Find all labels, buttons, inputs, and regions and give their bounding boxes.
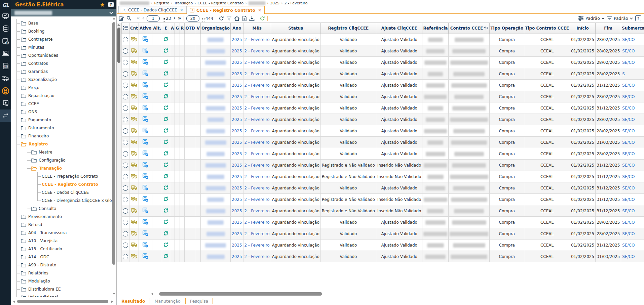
col-header-status[interactable]: Status (271, 23, 320, 34)
submercado-link[interactable]: SE/CO (622, 140, 635, 145)
ano-link[interactable]: 2025 (232, 243, 242, 248)
col-header-in-cio[interactable]: Início (570, 23, 595, 34)
col-header-qtd[interactable]: QTD (185, 23, 196, 34)
copy-add-icon[interactable] (143, 50, 148, 54)
row-select-radio[interactable] (123, 128, 128, 134)
copy-add-icon[interactable] (143, 107, 148, 112)
tree-item-a10-varejista[interactable]: A10 - Varejista (21, 237, 112, 245)
mes-link[interactable]: 2 - Fevereiro (244, 231, 270, 236)
truck-transfer-icon[interactable] (131, 49, 138, 54)
truck-transfer-icon[interactable] (131, 255, 138, 260)
search-icon[interactable] (126, 16, 131, 21)
tree-item-provisionamento[interactable]: Provisionamento (21, 213, 112, 221)
row-select-radio[interactable] (123, 254, 128, 259)
copy-add-icon[interactable] (143, 164, 148, 169)
scrollbar-thumb[interactable] (117, 28, 120, 63)
mes-link[interactable]: 2 - Fevereiro (244, 106, 270, 111)
truck-transfer-icon[interactable] (131, 106, 138, 111)
copy-add-icon[interactable] (143, 118, 148, 123)
recycle-icon[interactable] (163, 175, 169, 180)
truck-transfer-icon[interactable] (131, 72, 138, 77)
sidebar-horizontal-scrollbar[interactable] (13, 300, 113, 304)
mes-link[interactable]: 2 - Fevereiro (244, 94, 270, 99)
col-header-tipo-contrato-ccee[interactable]: Tipo Contrato CCEE (524, 23, 570, 34)
sidebar-vertical-scrollbar[interactable] (112, 17, 116, 295)
home-icon[interactable] (234, 16, 240, 21)
recycle-icon[interactable] (163, 73, 169, 77)
page-size-input[interactable] (186, 15, 199, 21)
ano-link[interactable]: 2025 (232, 254, 242, 259)
tree-item-minutas[interactable]: Minutas (21, 43, 112, 51)
row-select-radio[interactable] (123, 60, 128, 65)
submercado-link[interactable]: SE/CO (622, 209, 635, 213)
tree-item-ccee-registro-contrato[interactable]: CCEE - Registro Contrato (42, 180, 112, 188)
col-header-cnt[interactable]: Cnt (129, 23, 139, 34)
col-header-tipo-opera-o[interactable]: Tipo Operação (490, 23, 524, 34)
ano-link[interactable]: 2025 (232, 197, 242, 202)
tree-item-configura-o[interactable]: Configuração (31, 156, 112, 164)
row-select-radio[interactable] (123, 163, 128, 168)
recycle-icon[interactable] (163, 84, 169, 89)
dashboard-monitor-icon[interactable] (0, 10, 11, 23)
nfe-document-icon[interactable]: NF-e (0, 60, 11, 72)
submercado-link[interactable]: SE/CO (622, 243, 635, 248)
copy-add-icon[interactable] (143, 130, 148, 134)
truck-transfer-icon[interactable] (131, 152, 138, 157)
tree-item-garantias[interactable]: Garantias (21, 68, 112, 76)
col-header-m-s[interactable]: Mês (243, 23, 271, 34)
filter-selector[interactable]: Padrão (607, 16, 633, 21)
row-select-radio[interactable] (123, 94, 128, 99)
copy-add-icon[interactable] (143, 244, 148, 249)
tree-item-transa-o[interactable]: Transação (31, 164, 112, 172)
copy-add-icon[interactable] (143, 221, 148, 226)
ano-link[interactable]: 2025 (232, 209, 242, 213)
copy-add-icon[interactable] (143, 255, 148, 260)
tree-item-a99-distrato[interactable]: A99 - Distrato (21, 261, 112, 269)
tree-item-sazonaliza-o[interactable]: Sazonalização (21, 76, 112, 84)
tree-item-ccee-dados-cliqccee[interactable]: CCEE - Dados CliqCCEE (42, 188, 112, 197)
breadcrumb-item-transa-o[interactable]: Transação (174, 1, 193, 5)
truck-transfer-icon[interactable] (131, 141, 138, 145)
truck-transfer-icon[interactable] (131, 61, 138, 66)
prev-page-icon[interactable]: ‹ (142, 16, 144, 21)
grid-help-icon[interactable]: ? (635, 15, 641, 21)
copy-add-icon[interactable] (143, 73, 148, 77)
col-header-ajuste-cliqccee[interactable]: Ajuste CliqCCEE (376, 23, 422, 34)
copy-add-icon[interactable] (143, 187, 148, 191)
submercado-link[interactable]: SE/CO (622, 186, 635, 190)
ano-link[interactable]: 2025 (232, 94, 242, 99)
grid-horizontal-scrollbar[interactable] (116, 292, 644, 296)
tree-item-contratos[interactable]: Contratos (21, 59, 112, 68)
copy-add-icon[interactable] (143, 141, 148, 146)
copy-add-icon[interactable] (143, 198, 148, 203)
recycle-icon[interactable] (163, 210, 169, 214)
row-select-radio[interactable] (123, 83, 128, 88)
mes-link[interactable]: 2 - Fevereiro (244, 186, 270, 190)
submercado-link[interactable]: SE/CO (622, 106, 635, 111)
tree-item-ccee[interactable]: CCEE (21, 100, 112, 108)
copy-add-icon[interactable] (143, 95, 148, 100)
bottom-tab-pesquisa[interactable]: Pesquisa (186, 298, 214, 304)
col-header-registro-cliqccee[interactable]: Registro CliqCCEE (320, 23, 376, 34)
mes-link[interactable]: 2 - Fevereiro (244, 254, 270, 259)
document-icon[interactable] (242, 16, 247, 21)
tree-item-pagamento[interactable]: Pagamento (21, 116, 112, 124)
help-icon[interactable]: ? (108, 2, 114, 7)
row-select-radio[interactable] (123, 71, 128, 77)
truck-transfer-icon[interactable] (131, 244, 138, 248)
recycle-icon[interactable] (163, 164, 169, 169)
recycle-icon[interactable] (163, 141, 169, 146)
submercado-link[interactable]: SE/CO (622, 117, 635, 122)
breadcrumb-item-2025[interactable]: 2025 (270, 1, 279, 5)
row-select-radio[interactable] (123, 48, 128, 54)
company-selector[interactable] (11, 9, 116, 16)
truck-transfer-icon[interactable] (131, 164, 138, 168)
ano-link[interactable]: 2025 (232, 117, 242, 122)
recycle-icon[interactable] (163, 255, 169, 260)
ano-link[interactable]: 2025 (232, 106, 242, 111)
submercado-link[interactable]: SE/CO (622, 254, 635, 259)
copy-add-icon[interactable] (143, 152, 148, 157)
truck-transfer-icon[interactable] (131, 221, 138, 225)
ano-link[interactable]: 2025 (232, 231, 242, 236)
col-header-refer-ncia[interactable]: Referência (422, 23, 449, 34)
